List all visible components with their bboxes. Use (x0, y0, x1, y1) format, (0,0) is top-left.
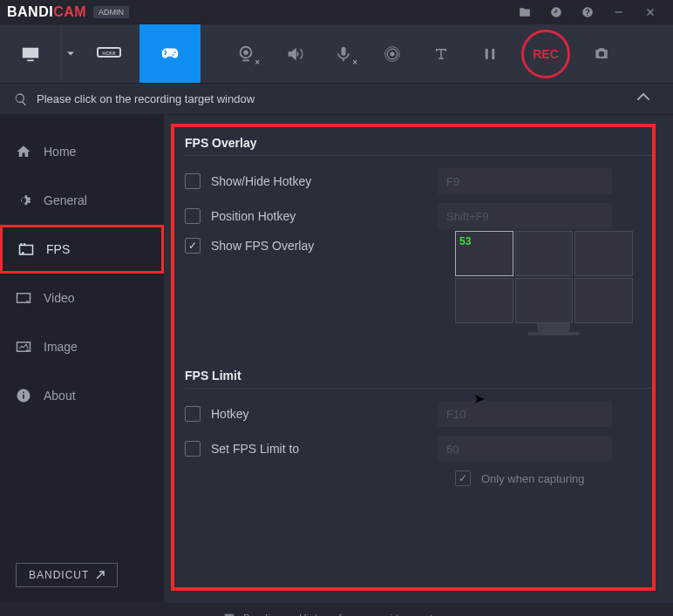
bandicut-button[interactable]: BANDICUT (16, 563, 118, 587)
chat-icon (222, 613, 236, 616)
mode-screen-dropdown[interactable] (61, 24, 78, 83)
svg-point-4 (243, 50, 248, 55)
sidebar-item-label: Image (44, 340, 78, 354)
show-hide-label: Show/Hide Hotkey (211, 174, 438, 188)
position-hotkey-input[interactable]: Shift+F9 (438, 203, 612, 229)
sidebar-item-image[interactable]: Image (0, 322, 164, 371)
fps-limit-title: FPS Limit (185, 369, 652, 382)
svg-point-15 (26, 301, 29, 303)
set-limit-checkbox[interactable] (185, 441, 201, 457)
text-icon[interactable] (417, 24, 466, 83)
svg-rect-20 (23, 392, 24, 394)
image-icon (16, 339, 31, 355)
bandicut-label: BANDICUT (29, 569, 89, 581)
target-prompt[interactable]: Please click on the recording target win… (37, 92, 636, 105)
svg-text:HDMI: HDMI (102, 51, 116, 56)
only-capturing-checkbox[interactable] (455, 470, 471, 486)
fps-icon (18, 241, 34, 257)
set-limit-label: Set FPS Limit to (211, 442, 438, 456)
show-hide-checkbox[interactable] (185, 173, 201, 189)
webcam-icon[interactable]: × (221, 24, 270, 83)
set-limit-input[interactable]: 60 (438, 436, 612, 462)
svg-rect-0 (615, 11, 622, 12)
sidebar-item-label: Video (44, 291, 75, 305)
sidebar-item-label: FPS (46, 242, 70, 256)
show-overlay-checkbox[interactable] (185, 238, 201, 254)
svg-rect-8 (486, 49, 488, 59)
search-icon (14, 92, 28, 106)
fps-overlay-title: FPS Overlay (185, 136, 652, 150)
limit-hotkey-label: Hotkey (211, 407, 438, 421)
pos-top-right[interactable] (574, 231, 633, 276)
mode-screen[interactable] (0, 24, 61, 83)
limit-hotkey-input[interactable]: F10 (438, 401, 612, 427)
speaker-icon[interactable] (270, 24, 319, 83)
mouse-effect-icon[interactable] (368, 24, 417, 83)
limit-hotkey-checkbox[interactable] (185, 406, 201, 422)
svg-rect-9 (492, 49, 494, 59)
sidebar-item-label: About (44, 389, 76, 403)
capture-icon[interactable] (577, 24, 626, 83)
timer-icon[interactable] (540, 1, 572, 24)
svg-point-5 (391, 51, 395, 56)
external-link-icon (96, 571, 105, 579)
sidebar-item-home[interactable]: Home (0, 127, 164, 176)
mode-game[interactable] (139, 24, 201, 83)
app-logo: BANDICAM (7, 4, 86, 20)
svg-rect-19 (23, 395, 24, 399)
position-label: Position Hotkey (211, 209, 438, 223)
close-icon[interactable] (635, 1, 666, 24)
svg-rect-13 (24, 243, 25, 245)
show-overlay-label: Show FPS Overlay (211, 239, 438, 253)
pos-bottom-right[interactable] (574, 278, 633, 323)
minimize-icon[interactable] (603, 1, 635, 24)
footer-text: Bandicam - High performance video captur… (243, 613, 451, 616)
mode-hdmi[interactable]: HDMI (78, 24, 139, 83)
video-icon (16, 290, 31, 306)
show-hide-hotkey-input[interactable]: F9 (438, 168, 612, 194)
record-button[interactable]: REC (521, 30, 570, 78)
open-folder-icon[interactable] (509, 1, 540, 24)
pos-bottom-left[interactable] (455, 278, 513, 323)
svg-rect-12 (20, 243, 22, 245)
sidebar-item-fps[interactable]: FPS (0, 225, 164, 274)
sidebar-item-label: Home (44, 145, 76, 159)
position-checkbox[interactable] (185, 208, 201, 224)
home-icon (16, 144, 31, 159)
pos-bottom-center[interactable] (515, 278, 574, 323)
info-icon (16, 388, 31, 403)
gear-icon (16, 193, 31, 208)
only-capturing-label: Only when capturing (481, 472, 585, 485)
collapse-icon[interactable] (636, 91, 659, 108)
pos-top-center[interactable] (515, 231, 574, 276)
sidebar-item-video[interactable]: Video (0, 274, 164, 322)
sidebar-item-about[interactable]: About (0, 371, 164, 420)
mic-icon[interactable]: × (319, 24, 368, 83)
admin-badge: ADMIN (93, 6, 129, 18)
pause-icon[interactable] (466, 24, 514, 83)
svg-point-11 (22, 252, 24, 254)
svg-rect-10 (20, 246, 33, 255)
sidebar-item-label: General (44, 193, 87, 207)
svg-point-17 (26, 349, 29, 352)
overlay-position-grid: 53 (455, 231, 633, 323)
help-icon[interactable] (572, 1, 603, 24)
sidebar-item-general[interactable]: General (0, 176, 164, 225)
pos-top-left[interactable]: 53 (455, 231, 513, 276)
